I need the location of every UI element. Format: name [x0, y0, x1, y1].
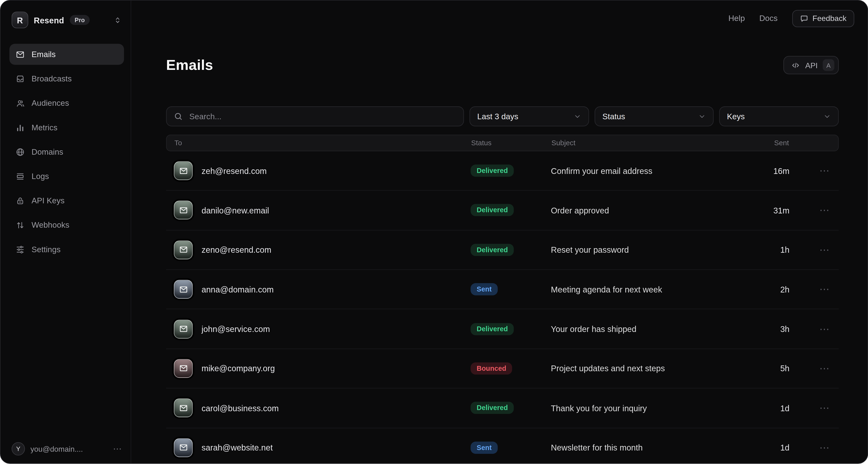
table-row[interactable]: john@service.com Delivered Your order ha… — [166, 309, 839, 349]
email-list: zeh@resend.com Delivered Confirm your em… — [166, 151, 839, 464]
sidebar-item-label: Domains — [32, 147, 63, 156]
ellipsis-icon: ⋯ — [819, 323, 830, 335]
sidebar-item-webhooks[interactable]: Webhooks — [9, 214, 124, 235]
bar-chart-icon — [16, 123, 25, 132]
envelope-icon — [174, 280, 192, 299]
row-menu-button[interactable]: ⋯ — [789, 402, 831, 414]
chevron-up-down-icon[interactable] — [114, 16, 122, 24]
column-header-sent: Sent — [734, 139, 789, 147]
top-links: Help Docs Feedback — [728, 0, 854, 36]
sidebar-item-logs[interactable]: Logs — [9, 166, 124, 187]
envelope-icon — [174, 438, 192, 457]
ellipsis-icon: ⋯ — [819, 244, 830, 255]
table-row[interactable]: danilo@new.email Delivered Order approve… — [166, 191, 839, 230]
column-header-status: Status — [471, 139, 552, 147]
row-menu-button[interactable]: ⋯ — [789, 243, 831, 256]
email-sent-time: 1d — [734, 443, 789, 452]
email-subject: Project updates and next steps — [551, 364, 734, 373]
email-sent-time: 5h — [734, 364, 789, 373]
table-row[interactable]: zeno@resend.com Delivered Reset your pas… — [166, 230, 839, 270]
email-sent-time: 31m — [734, 205, 789, 215]
row-menu-button[interactable]: ⋯ — [789, 204, 831, 216]
status-dropdown[interactable]: Status — [594, 106, 714, 126]
row-menu-button[interactable]: ⋯ — [789, 323, 831, 335]
sidebar-item-settings[interactable]: Settings — [9, 239, 124, 260]
email-subject: Meeting agenda for next week — [551, 285, 734, 294]
table-row[interactable]: anna@domain.com Sent Meeting agenda for … — [166, 270, 839, 309]
sidebar-item-label: Audiences — [32, 98, 69, 108]
sidebar-item-api-keys[interactable]: API Keys — [9, 190, 124, 211]
ellipsis-icon[interactable]: ⋯ — [113, 444, 122, 454]
ellipsis-icon: ⋯ — [819, 165, 830, 176]
ellipsis-icon: ⋯ — [819, 363, 830, 374]
help-link[interactable]: Help — [728, 14, 745, 23]
column-header-to: To — [175, 139, 471, 147]
date-range-dropdown[interactable]: Last 3 days — [469, 106, 589, 126]
lock-icon — [16, 196, 25, 205]
api-button-label: API — [805, 61, 818, 70]
email-subject: Order approved — [551, 205, 734, 215]
table-row[interactable]: mike@company.org Bounced Project updates… — [166, 349, 839, 388]
keys-dropdown[interactable]: Keys — [719, 106, 839, 126]
email-sent-time: 3h — [734, 324, 789, 334]
email-subject: Reset your password — [551, 245, 734, 254]
email-recipient: anna@domain.com — [202, 285, 471, 294]
table-row[interactable]: carol@business.com Delivered Thank you f… — [166, 388, 839, 428]
status-badge: Delivered — [471, 165, 514, 177]
feedback-button[interactable]: Feedback — [792, 10, 854, 27]
row-menu-button[interactable]: ⋯ — [789, 165, 831, 177]
users-icon — [16, 98, 25, 108]
email-recipient: sarah@website.net — [202, 443, 471, 452]
status-badge: Sent — [471, 283, 498, 296]
mail-icon — [16, 50, 25, 59]
email-subject: Newsletter for this month — [551, 443, 734, 452]
filter-row: Last 3 days Status Keys — [166, 106, 839, 126]
docs-link[interactable]: Docs — [759, 14, 777, 23]
table-row[interactable]: sarah@website.net Sent Newsletter for th… — [166, 428, 839, 464]
ellipsis-icon: ⋯ — [819, 284, 830, 295]
arrows-up-down-icon — [16, 220, 25, 230]
sidebar-item-label: Emails — [32, 50, 56, 59]
sidebar: R Resend Pro Emails Broadcasts Audiences — [0, 0, 131, 463]
sidebar-item-label: Settings — [32, 245, 61, 254]
status-badge: Sent — [471, 441, 498, 454]
avatar: Y — [11, 442, 25, 455]
speech-bubble-icon — [800, 14, 808, 23]
envelope-icon — [174, 399, 192, 417]
table-row[interactable]: zeh@resend.com Delivered Confirm your em… — [166, 151, 839, 191]
table-header: To Status Subject Sent — [166, 135, 839, 151]
search-icon — [174, 112, 183, 121]
api-button[interactable]: API A — [783, 56, 839, 75]
chevron-down-icon — [574, 112, 581, 120]
search-box[interactable] — [166, 106, 464, 126]
plan-badge: Pro — [69, 15, 90, 25]
search-input[interactable] — [188, 111, 456, 121]
ellipsis-icon: ⋯ — [819, 442, 830, 453]
globe-icon — [16, 147, 25, 156]
chevron-down-icon — [698, 112, 706, 120]
status-badge: Delivered — [471, 323, 514, 335]
sliders-icon — [16, 244, 25, 254]
sidebar-item-label: API Keys — [32, 196, 64, 205]
email-subject: Confirm your email address — [551, 166, 734, 175]
email-recipient: carol@business.com — [202, 403, 471, 413]
row-menu-button[interactable]: ⋯ — [789, 441, 831, 454]
workspace-switcher[interactable]: R Resend Pro — [9, 11, 124, 28]
sidebar-nav: Emails Broadcasts Audiences Metrics Doma… — [9, 44, 124, 260]
account-menu[interactable]: Y you@domain.... ⋯ — [9, 442, 124, 455]
envelope-icon — [174, 359, 192, 378]
status-badge: Delivered — [471, 402, 514, 414]
sidebar-item-broadcasts[interactable]: Broadcasts — [9, 68, 124, 89]
email-sent-time: 2h — [734, 285, 789, 294]
ellipsis-icon: ⋯ — [819, 205, 830, 216]
sidebar-item-emails[interactable]: Emails — [9, 44, 124, 65]
ellipsis-icon: ⋯ — [819, 403, 830, 414]
sidebar-item-domains[interactable]: Domains — [9, 141, 124, 163]
user-email: you@domain.... — [31, 445, 83, 453]
sidebar-item-audiences[interactable]: Audiences — [9, 92, 124, 113]
row-menu-button[interactable]: ⋯ — [789, 283, 831, 296]
envelope-icon — [174, 201, 192, 220]
status-badge: Delivered — [471, 243, 514, 256]
row-menu-button[interactable]: ⋯ — [789, 362, 831, 375]
sidebar-item-metrics[interactable]: Metrics — [9, 117, 124, 138]
